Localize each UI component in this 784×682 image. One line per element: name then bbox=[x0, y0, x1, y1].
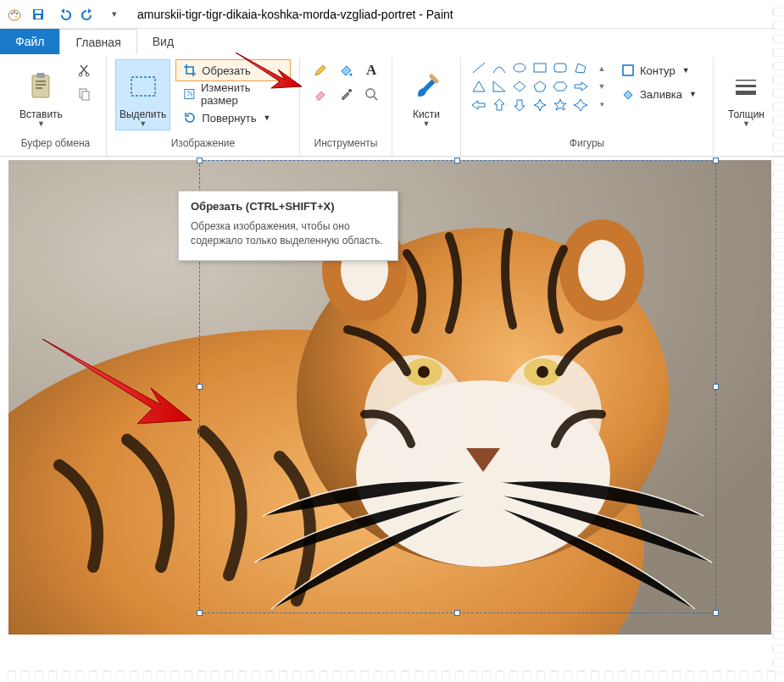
shape-arrow-up[interactable] bbox=[490, 97, 509, 114]
shape-diamond[interactable] bbox=[510, 78, 529, 95]
svg-rect-17 bbox=[131, 77, 155, 96]
cut-button[interactable] bbox=[74, 59, 97, 81]
window-title: amurskii-tigr-tigr-dikaia-koshka-morda-v… bbox=[137, 8, 453, 21]
shape-arrow-left[interactable] bbox=[470, 97, 488, 114]
shape-line[interactable] bbox=[470, 59, 488, 76]
shape-gallery-more[interactable]: ▾ bbox=[595, 100, 609, 108]
svg-point-2 bbox=[14, 11, 15, 13]
svg-point-20 bbox=[348, 89, 352, 92]
shape-star4[interactable] bbox=[531, 97, 549, 114]
shape-scroll-down[interactable]: ▼ bbox=[595, 82, 609, 91]
chevron-down-icon: ▼ bbox=[139, 120, 147, 128]
outline-label: Контур bbox=[640, 64, 676, 77]
shape-star6[interactable] bbox=[571, 97, 590, 114]
selection-handle[interactable] bbox=[454, 158, 460, 164]
annotation-arrow-icon bbox=[42, 339, 195, 432]
tab-file[interactable]: Файл bbox=[0, 29, 59, 54]
group-shapes: ▲ ▼ ▾ Контур ▼ Заливка ▼ Фигуры bbox=[461, 58, 714, 156]
shape-arrow-down[interactable] bbox=[510, 97, 529, 114]
brushes-button[interactable]: Кисти ▼ bbox=[401, 59, 452, 130]
svg-rect-23 bbox=[534, 64, 546, 72]
svg-rect-8 bbox=[32, 75, 49, 97]
quick-access-toolbar: ▾ bbox=[27, 3, 125, 25]
ribbon-tabs: Файл Главная Вид bbox=[0, 29, 784, 54]
fill-label: Заливка bbox=[640, 88, 682, 101]
group-tools: A Инструменты bbox=[300, 58, 392, 156]
shape-roundrect[interactable] bbox=[551, 59, 570, 76]
selection-handle[interactable] bbox=[197, 610, 203, 616]
redo-button[interactable] bbox=[78, 3, 100, 25]
qat-customize[interactable]: ▾ bbox=[103, 3, 125, 25]
chevron-down-icon: ▼ bbox=[742, 120, 750, 128]
torn-edge bbox=[774, 8, 784, 674]
svg-rect-10 bbox=[36, 80, 46, 82]
svg-rect-11 bbox=[36, 84, 46, 86]
group-label-brushes bbox=[425, 137, 427, 152]
svg-point-3 bbox=[16, 12, 18, 14]
group-label-tools: Инструменты bbox=[314, 137, 378, 152]
selection-handle[interactable] bbox=[197, 384, 203, 390]
shape-curve[interactable] bbox=[490, 59, 509, 76]
shape-oval[interactable] bbox=[510, 59, 529, 76]
shape-rect[interactable] bbox=[531, 59, 549, 76]
thickness-button[interactable]: Толщин ▼ bbox=[722, 59, 770, 130]
crop-tooltip: Обрезать (CTRL+SHIFT+X) Обрезка изображе… bbox=[178, 191, 398, 261]
chevron-down-icon: ▼ bbox=[37, 120, 45, 128]
svg-rect-6 bbox=[35, 10, 42, 14]
svg-rect-16 bbox=[82, 91, 89, 100]
group-label-image: Изображение bbox=[171, 137, 236, 152]
shape-polygon[interactable] bbox=[571, 59, 590, 76]
fill-tool[interactable] bbox=[334, 59, 358, 81]
save-button[interactable] bbox=[27, 3, 49, 25]
selection-handle[interactable] bbox=[713, 610, 719, 616]
svg-rect-25 bbox=[623, 65, 633, 75]
text-tool[interactable]: A bbox=[359, 59, 383, 81]
selection-handle[interactable] bbox=[197, 158, 203, 164]
shape-right-triangle[interactable] bbox=[490, 78, 509, 95]
rotate-button[interactable]: Повернуть ▼ bbox=[175, 107, 291, 129]
selection-handle[interactable] bbox=[713, 384, 719, 390]
svg-rect-12 bbox=[36, 87, 42, 89]
shape-star5[interactable] bbox=[551, 97, 570, 114]
group-clipboard: Вставить ▼ Буфер обмена bbox=[5, 58, 107, 156]
tab-home[interactable]: Главная bbox=[59, 29, 136, 54]
paste-button[interactable]: Вставить ▼ bbox=[14, 59, 69, 130]
selection-handle[interactable] bbox=[713, 158, 719, 164]
pencil-tool[interactable] bbox=[309, 59, 332, 81]
svg-rect-27 bbox=[736, 85, 756, 87]
selection-handle[interactable] bbox=[454, 610, 460, 616]
shape-fill-button[interactable]: Заливка ▼ bbox=[614, 83, 704, 105]
svg-point-1 bbox=[11, 12, 13, 14]
shape-pentagon[interactable] bbox=[531, 78, 549, 95]
shape-arrow-right[interactable] bbox=[571, 78, 590, 95]
group-thickness: Толщин ▼ bbox=[714, 58, 779, 156]
magnifier-tool[interactable] bbox=[359, 83, 383, 105]
group-brushes: Кисти ▼ bbox=[392, 58, 461, 156]
color-picker-tool[interactable] bbox=[334, 83, 358, 105]
title-bar: ▾ amurskii-tigr-tigr-dikaia-koshka-morda… bbox=[0, 0, 784, 29]
select-button[interactable]: Выделить ▼ bbox=[115, 59, 170, 130]
shape-scroll-up[interactable]: ▲ bbox=[595, 64, 609, 73]
svg-point-22 bbox=[514, 64, 525, 72]
shape-hexagon[interactable] bbox=[551, 78, 570, 95]
svg-rect-24 bbox=[554, 64, 566, 72]
eraser-tool[interactable] bbox=[309, 83, 332, 105]
app-icon bbox=[5, 5, 24, 24]
annotation-arrow-icon bbox=[236, 53, 303, 95]
svg-point-4 bbox=[15, 15, 17, 17]
group-label-clipboard: Буфер обмена bbox=[21, 137, 91, 152]
svg-rect-9 bbox=[36, 73, 45, 78]
svg-point-21 bbox=[366, 89, 375, 97]
svg-rect-28 bbox=[736, 91, 756, 95]
torn-edge bbox=[8, 672, 776, 682]
shape-gallery[interactable] bbox=[470, 59, 590, 114]
svg-rect-26 bbox=[736, 80, 756, 81]
undo-button[interactable] bbox=[53, 3, 75, 25]
ribbon: Вставить ▼ Буфер обмена Выделить ▼ Обрез… bbox=[0, 54, 784, 157]
shape-triangle[interactable] bbox=[470, 78, 488, 95]
tooltip-title: Обрезать (CTRL+SHIFT+X) bbox=[191, 200, 386, 213]
shape-outline-button[interactable]: Контур ▼ bbox=[614, 59, 704, 81]
tab-view[interactable]: Вид bbox=[137, 29, 189, 54]
copy-button[interactable] bbox=[74, 83, 97, 105]
rotate-label: Повернуть bbox=[202, 112, 256, 125]
